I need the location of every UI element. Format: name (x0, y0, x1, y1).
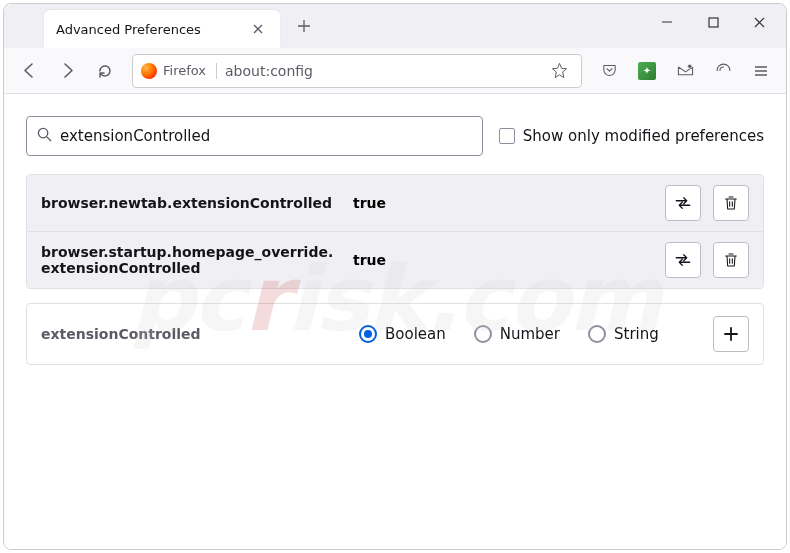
new-pref-name: extensionControlled (41, 326, 341, 342)
overflow-button[interactable] (706, 54, 740, 88)
delete-button[interactable] (713, 242, 749, 278)
account-button[interactable] (668, 54, 702, 88)
radio-icon (474, 325, 492, 343)
pref-list: browser.newtab.extensionControlled true … (26, 174, 764, 289)
svg-point-2 (38, 128, 47, 137)
toggle-button[interactable] (665, 185, 701, 221)
search-input[interactable] (60, 127, 472, 145)
type-radio-group: Boolean Number String (359, 325, 695, 343)
window-controls (644, 4, 782, 40)
pref-row: browser.startup.homepage_override.extens… (27, 232, 763, 288)
close-window-button[interactable] (736, 4, 782, 40)
bookmark-icon[interactable] (545, 62, 573, 79)
firefox-icon (141, 63, 157, 79)
radio-label: String (614, 325, 659, 343)
maximize-button[interactable] (690, 4, 736, 40)
titlebar: Advanced Preferences (4, 4, 786, 48)
add-button[interactable] (713, 316, 749, 352)
delete-button[interactable] (713, 185, 749, 221)
radio-string[interactable]: String (588, 325, 659, 343)
svg-rect-0 (709, 18, 718, 27)
forward-button[interactable] (50, 54, 84, 88)
toolbar: Firefox about:config ✦ (4, 48, 786, 94)
reload-button[interactable] (88, 54, 122, 88)
shield-icon: ✦ (638, 62, 656, 80)
pref-value: true (353, 252, 653, 268)
tab-title: Advanced Preferences (56, 22, 248, 37)
search-icon (37, 127, 52, 146)
new-tab-button[interactable] (288, 10, 320, 42)
url-bar[interactable]: Firefox about:config (132, 54, 582, 88)
browser-tab[interactable]: Advanced Preferences (44, 10, 280, 48)
window: Advanced Preferences (3, 3, 787, 550)
toggle-button[interactable] (665, 242, 701, 278)
show-modified-label: Show only modified preferences (523, 127, 764, 145)
identity-box[interactable]: Firefox (141, 63, 217, 79)
identity-label: Firefox (163, 63, 206, 78)
svg-point-1 (687, 64, 691, 68)
pref-row: browser.newtab.extensionControlled true (27, 175, 763, 232)
radio-label: Number (500, 325, 560, 343)
new-pref-row: extensionControlled Boolean Number Strin… (26, 303, 764, 365)
minimize-button[interactable] (644, 4, 690, 40)
close-icon[interactable] (248, 19, 268, 39)
pref-value: true (353, 195, 653, 211)
show-modified-checkbox[interactable]: Show only modified preferences (499, 127, 764, 145)
hamburger-menu[interactable] (744, 54, 778, 88)
pref-name: browser.newtab.extensionControlled (41, 195, 341, 211)
pref-name: browser.startup.homepage_override.extens… (41, 244, 341, 276)
search-box[interactable] (26, 116, 483, 156)
extension-button[interactable]: ✦ (630, 54, 664, 88)
radio-label: Boolean (385, 325, 446, 343)
search-row: Show only modified preferences (26, 116, 764, 156)
radio-icon (359, 325, 377, 343)
content: Show only modified preferences browser.n… (4, 94, 786, 549)
radio-icon (588, 325, 606, 343)
back-button[interactable] (12, 54, 46, 88)
checkbox-icon (499, 128, 515, 144)
radio-boolean[interactable]: Boolean (359, 325, 446, 343)
radio-number[interactable]: Number (474, 325, 560, 343)
pocket-button[interactable] (592, 54, 626, 88)
url-text: about:config (225, 63, 537, 79)
